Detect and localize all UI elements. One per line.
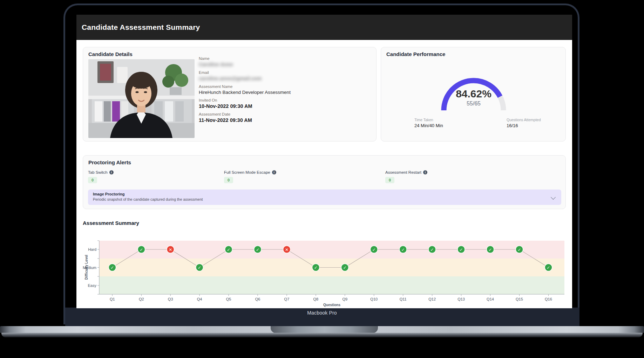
stat-time-taken-label: Time Taken (414, 118, 443, 122)
image-proctoring-title: Image Proctoring (93, 192, 556, 196)
stat-questions-attempted: Questions Attempted 16/16 (507, 118, 541, 128)
assessment-summary-chart: HardMediumEasyQ1Q2Q3Q4Q5Q6Q7Q8Q9Q10Q11Q1… (83, 229, 566, 308)
svg-text:✓: ✓ (198, 265, 201, 270)
counter-tab-switch-label: Tab Switch (88, 170, 108, 174)
svg-text:✓: ✓ (547, 265, 550, 270)
counter-fullscreen-escape-label-row: Full Screen Mode Escapei (224, 170, 276, 174)
field-invited-on: Invited On 10-Nov-2022 09:30 AM (199, 98, 367, 109)
stat-questions-attempted-value: 16/16 (507, 123, 541, 128)
assessment-summary-title: Assessment Summary (83, 220, 139, 226)
svg-text:Q14: Q14 (487, 297, 494, 301)
svg-text:✓: ✓ (488, 247, 492, 252)
score-percent: 84.62% (381, 88, 566, 100)
candidate-details-title: Candidate Details (88, 51, 133, 57)
field-assessment-date-value: 11-Nov-2022 09:30 AM (199, 117, 367, 123)
info-icon[interactable]: i (423, 170, 427, 174)
svg-text:✓: ✓ (517, 247, 521, 252)
counter-assessment-restart-badge: 0 (385, 177, 394, 183)
candidate-performance-card: Candidate Performance 84.62% 55/65 Time … (381, 47, 566, 142)
svg-text:Q1: Q1 (110, 297, 115, 301)
svg-text:Q13: Q13 (457, 297, 465, 301)
svg-text:✓: ✓ (110, 265, 114, 270)
image-proctoring-subtitle: Periodic snapshot of the candidate captu… (93, 197, 556, 201)
svg-text:✓: ✓ (140, 247, 143, 252)
field-invited-on-value: 10-Nov-2022 09:30 AM (199, 103, 367, 109)
proctoring-alerts-title: Proctoring Alerts (88, 159, 131, 165)
svg-text:Questions: Questions (323, 303, 340, 307)
svg-text:Q3: Q3 (168, 297, 173, 301)
score-fraction: 55/65 (381, 101, 566, 107)
counter-assessment-restart-label: Assessment Restart (385, 170, 421, 174)
counter-tab-switch-label-row: Tab Switchi (88, 170, 114, 174)
field-name-label: Name (199, 56, 367, 61)
macbook-base-edge (1, 333, 643, 337)
svg-text:Q4: Q4 (197, 297, 202, 301)
stat-questions-attempted-label: Questions Attempted (507, 118, 541, 122)
svg-text:Q5: Q5 (226, 297, 231, 301)
svg-text:✓: ✓ (401, 247, 405, 252)
svg-text:Easy: Easy (88, 283, 97, 288)
svg-text:Q10: Q10 (370, 297, 378, 301)
svg-text:Q8: Q8 (313, 297, 319, 301)
svg-text:Q11: Q11 (400, 297, 407, 301)
stat-time-taken: Time Taken 24 Min/40 Min (414, 118, 443, 128)
candidate-performance-title: Candidate Performance (386, 51, 445, 57)
svg-text:Q7: Q7 (284, 297, 290, 301)
field-assessment-name: Assessment Name HireHunch Backend Develo… (199, 84, 367, 95)
screen-content: Candidate Assessment Summary Candidate D… (76, 15, 572, 308)
svg-text:✓: ✓ (431, 247, 434, 252)
svg-text:Difficulty Level: Difficulty Level (84, 255, 88, 280)
svg-text:Q15: Q15 (516, 297, 523, 301)
device-label: Macbook Pro (0, 310, 644, 316)
page-header: Candidate Assessment Summary (76, 15, 572, 40)
svg-text:Q6: Q6 (255, 297, 260, 301)
counter-fullscreen-escape-label: Full Screen Mode Escape (224, 170, 270, 174)
counter-assessment-restart-label-row: Assessment Restarti (385, 170, 427, 174)
field-email: Email caroline.anne@gmail.com (199, 70, 367, 81)
field-name-value: Caroline Anne (199, 62, 367, 67)
svg-text:Q12: Q12 (428, 297, 436, 301)
svg-text:✓: ✓ (372, 247, 376, 252)
svg-text:Q2: Q2 (139, 297, 144, 301)
svg-text:✕: ✕ (285, 247, 289, 252)
image-proctoring-accordion[interactable]: Image Proctoring Periodic snapshot of th… (88, 190, 561, 205)
counter-fullscreen-escape: Full Screen Mode Escapei 0 (224, 170, 276, 183)
field-assessment-date: Assessment Date 11-Nov-2022 09:30 AM (199, 112, 367, 123)
page-title: Candidate Assessment Summary (82, 23, 200, 32)
stat-time-taken-value: 24 Min/40 Min (414, 123, 443, 128)
field-name: Name Caroline Anne (199, 56, 367, 67)
counter-assessment-restart: Assessment Restarti 0 (385, 170, 427, 183)
proctoring-alerts-card: Proctoring Alerts Tab Switchi 0 Full Scr… (83, 155, 566, 209)
candidate-photo (88, 59, 195, 138)
svg-text:Hard: Hard (88, 247, 96, 252)
svg-text:Q16: Q16 (545, 297, 552, 301)
svg-text:✓: ✓ (343, 265, 347, 270)
candidate-photo-illustration (88, 59, 195, 138)
field-invited-on-label: Invited On (199, 98, 367, 102)
counter-fullscreen-escape-badge: 0 (224, 177, 233, 183)
svg-text:✓: ✓ (256, 247, 259, 252)
info-icon[interactable]: i (109, 170, 114, 174)
svg-text:✕: ✕ (169, 247, 172, 252)
svg-text:✓: ✓ (314, 265, 318, 270)
field-email-value: caroline.anne@gmail.com (199, 76, 367, 81)
info-icon[interactable]: i (272, 170, 276, 174)
candidate-fields: Name Caroline Anne Email caroline.anne@g… (199, 56, 367, 126)
page-background: Macbook Pro Candidate Assessment Summary… (0, 0, 644, 358)
svg-text:Q9: Q9 (342, 297, 347, 301)
field-assessment-name-label: Assessment Name (199, 84, 367, 89)
macbook-base-notch (271, 326, 378, 333)
field-assessment-date-label: Assessment Date (199, 112, 367, 116)
counter-tab-switch: Tab Switchi 0 (88, 170, 114, 183)
candidate-details-card: Candidate Details (83, 47, 377, 142)
svg-text:✓: ✓ (460, 247, 463, 252)
field-assessment-name-value: HireHunch Backend Developer Assessment (199, 90, 367, 95)
svg-text:✓: ✓ (227, 247, 230, 252)
counter-tab-switch-badge: 0 (88, 177, 97, 183)
field-email-label: Email (199, 70, 367, 75)
